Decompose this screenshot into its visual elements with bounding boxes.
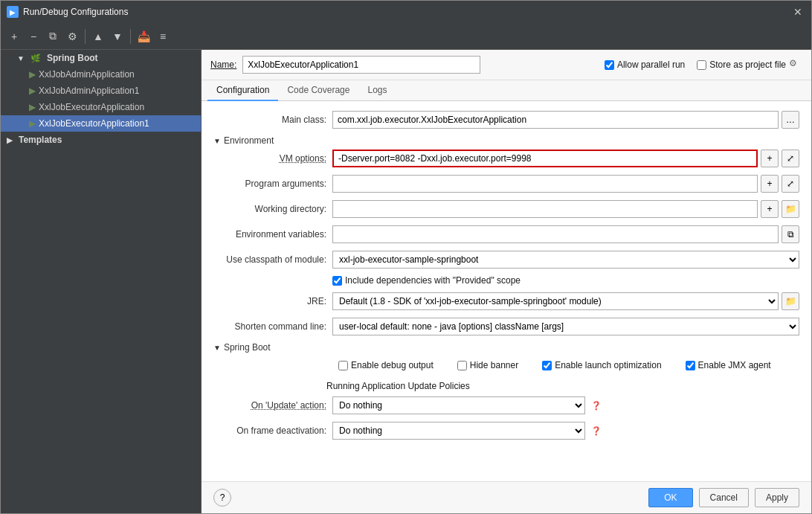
sidebar-item-label: XxlJobAdminApplication1 bbox=[39, 86, 139, 96]
env-expand-icon[interactable]: ▼ bbox=[213, 137, 221, 145]
on-update-select[interactable]: Do nothing bbox=[332, 396, 585, 414]
ok-button[interactable]: OK bbox=[648, 488, 692, 507]
main-content: ▼ 🌿 Spring Boot ▶ XxlJobAdminApplication… bbox=[1, 50, 811, 513]
sort-button[interactable]: ≡ bbox=[154, 28, 172, 45]
app-run-icon: ▶ bbox=[29, 118, 36, 129]
sidebar-item-xxljobexecutorapplication[interactable]: ▶ XxlJobExecutorApplication bbox=[1, 99, 201, 115]
title-bar: ▶ Run/Debug Configurations ✕ bbox=[1, 1, 811, 23]
store-as-project-checkbox[interactable] bbox=[697, 60, 706, 70]
on-update-row: On 'Update' action: Do nothing ❓ bbox=[213, 396, 799, 415]
on-frame-select[interactable]: Do nothing bbox=[332, 422, 585, 440]
enable-launch-checkbox[interactable] bbox=[542, 361, 552, 370]
on-frame-help-icon[interactable]: ❓ bbox=[591, 426, 602, 436]
spring-boot-group-label: Spring Boot bbox=[47, 53, 98, 63]
window-title: Run/Debug Configurations bbox=[23, 7, 128, 17]
vm-options-row: VM options: + ⤢ bbox=[213, 149, 799, 168]
name-bar: Name: Allow parallel run Store as projec… bbox=[202, 50, 811, 80]
sidebar-item-xxljobadminapplication1[interactable]: ▶ XxlJobAdminApplication1 bbox=[1, 83, 201, 99]
env-vars-browse-button[interactable]: ⧉ bbox=[782, 225, 799, 243]
tab-configuration[interactable]: Configuration bbox=[207, 80, 278, 101]
sidebar-item-label: XxlJobExecutorApplication1 bbox=[39, 118, 149, 129]
apply-button[interactable]: Apply bbox=[755, 488, 799, 507]
enable-debug-checkbox[interactable] bbox=[338, 361, 348, 370]
name-input[interactable] bbox=[242, 56, 480, 74]
spring-boot-section-header: ▼ Spring Boot bbox=[213, 342, 799, 353]
vm-options-expand-button[interactable]: + bbox=[761, 150, 779, 167]
sidebar-group-templates[interactable]: ▶ Templates bbox=[1, 132, 201, 148]
main-class-input[interactable] bbox=[332, 111, 779, 129]
program-args-field: + ⤢ bbox=[332, 175, 799, 193]
main-class-browse-button[interactable]: … bbox=[782, 111, 799, 129]
jre-select[interactable]: Default (1.8 - SDK of 'xxl-job-executor-… bbox=[332, 292, 779, 310]
hide-banner-checkbox[interactable] bbox=[457, 361, 467, 370]
main-class-field: … bbox=[332, 111, 799, 129]
on-update-label: On 'Update' action: bbox=[213, 400, 332, 411]
store-as-project-row: Store as project file ⚙ bbox=[697, 58, 802, 71]
classpath-select[interactable]: xxl-job-executor-sample-springboot bbox=[332, 251, 799, 269]
working-dir-add-button[interactable]: + bbox=[761, 200, 779, 218]
environment-label: Environment bbox=[224, 135, 274, 146]
toolbar: + − ⧉ ⚙ ▲ ▼ 📥 ≡ bbox=[1, 23, 811, 50]
vm-options-label: VM options: bbox=[213, 153, 332, 164]
shorten-cmd-select[interactable]: user-local default: none - java [options… bbox=[332, 318, 799, 335]
templates-expand-icon: ▶ bbox=[7, 136, 13, 144]
tab-code-coverage[interactable]: Code Coverage bbox=[278, 80, 358, 101]
working-dir-input[interactable] bbox=[332, 200, 758, 218]
move-down-button[interactable]: ▼ bbox=[109, 28, 126, 45]
running-policies-label: Running Application Update Policies bbox=[326, 381, 799, 391]
shorten-cmd-field: user-local default: none - java [options… bbox=[332, 318, 799, 335]
working-dir-field: + 📁 bbox=[332, 200, 799, 218]
enable-debug-text: Enable debug output bbox=[351, 360, 434, 370]
app-run-icon: ▶ bbox=[29, 86, 36, 96]
program-args-input[interactable] bbox=[332, 175, 758, 193]
on-frame-field: Do nothing ❓ bbox=[332, 422, 799, 440]
cancel-button[interactable]: Cancel bbox=[699, 488, 749, 507]
spring-boot-expand-icon[interactable]: ▼ bbox=[213, 344, 221, 352]
tab-logs[interactable]: Logs bbox=[358, 80, 396, 101]
sidebar-group-spring-boot[interactable]: ▼ 🌿 Spring Boot bbox=[1, 50, 201, 66]
include-deps-checkbox[interactable] bbox=[332, 276, 342, 286]
vm-options-input[interactable] bbox=[332, 150, 758, 167]
program-args-fullscreen-button[interactable]: ⤢ bbox=[782, 175, 799, 193]
allow-parallel-row: Allow parallel run bbox=[605, 60, 685, 70]
spring-boot-icon: 🌿 bbox=[30, 54, 41, 63]
vm-options-fullscreen-button[interactable]: ⤢ bbox=[782, 150, 799, 167]
store-gear-icon[interactable]: ⚙ bbox=[789, 58, 802, 71]
jre-field: Default (1.8 - SDK of 'xxl-job-executor-… bbox=[332, 292, 799, 310]
program-args-expand-button[interactable]: + bbox=[761, 175, 779, 193]
enable-launch-text: Enable launch optimization bbox=[555, 360, 661, 370]
sidebar-item-xxljobadminapplication[interactable]: ▶ XxlJobAdminApplication bbox=[1, 66, 201, 83]
app-run-icon: ▶ bbox=[29, 69, 36, 80]
copy-button[interactable]: ⧉ bbox=[44, 28, 62, 45]
on-frame-row: On frame deactivation: Do nothing ❓ bbox=[213, 421, 799, 440]
title-bar-left: ▶ Run/Debug Configurations bbox=[7, 6, 128, 18]
close-button[interactable]: ✕ bbox=[790, 4, 805, 19]
allow-parallel-checkbox[interactable] bbox=[605, 60, 614, 70]
on-update-help-icon[interactable]: ❓ bbox=[591, 401, 602, 411]
right-panel: Name: Allow parallel run Store as projec… bbox=[202, 50, 811, 513]
enable-jmx-checkbox[interactable] bbox=[686, 361, 695, 370]
classpath-label: Use classpath of module: bbox=[213, 254, 332, 265]
program-args-label: Program arguments: bbox=[213, 179, 332, 189]
remove-button[interactable]: − bbox=[25, 28, 42, 45]
help-button[interactable]: ? bbox=[213, 489, 231, 507]
bottom-bar: ? OK Cancel Apply bbox=[202, 481, 811, 513]
working-dir-browse-button[interactable]: 📁 bbox=[782, 200, 799, 218]
separator-2 bbox=[130, 29, 131, 44]
hide-banner-label: Hide banner bbox=[457, 360, 518, 370]
env-vars-label: Environment variables: bbox=[213, 229, 332, 240]
include-deps-text: Include dependencies with "Provided" sco… bbox=[345, 275, 521, 286]
sidebar-item-xxljobexecutorapplication1[interactable]: ▶ XxlJobExecutorApplication1 bbox=[1, 115, 201, 132]
include-deps-label: Include dependencies with "Provided" sco… bbox=[332, 275, 521, 286]
env-vars-input[interactable] bbox=[332, 225, 779, 243]
jre-browse-button[interactable]: 📁 bbox=[782, 292, 799, 310]
add-button[interactable]: + bbox=[5, 28, 23, 45]
settings-button[interactable]: ⚙ bbox=[63, 28, 81, 45]
import-button[interactable]: 📥 bbox=[135, 28, 152, 45]
app-run-icon: ▶ bbox=[29, 102, 36, 112]
main-class-label: Main class: bbox=[213, 115, 332, 125]
main-window: ▶ Run/Debug Configurations ✕ + − ⧉ ⚙ ▲ ▼… bbox=[0, 0, 812, 514]
move-up-button[interactable]: ▲ bbox=[89, 28, 107, 45]
hide-banner-text: Hide banner bbox=[470, 360, 518, 370]
vm-options-field: + ⤢ bbox=[332, 150, 799, 167]
